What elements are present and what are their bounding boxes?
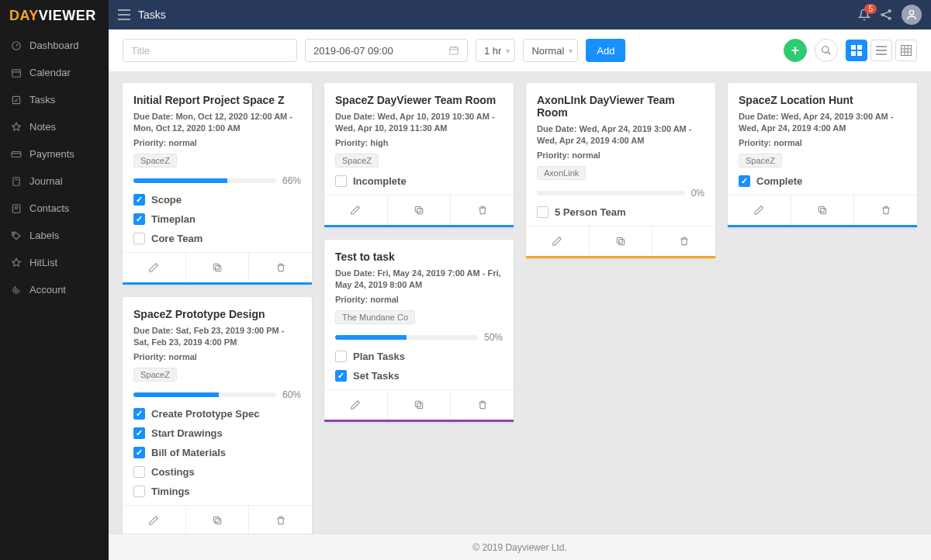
checklist-item[interactable]: Timings <box>133 486 301 497</box>
checklist-item[interactable]: ✓Start Drawings <box>133 427 301 439</box>
duplicate-button[interactable] <box>791 195 854 225</box>
duplicate-button[interactable] <box>387 195 451 225</box>
checklist-label: Timeplan <box>151 213 196 225</box>
sidebar-item-labels[interactable]: Labels <box>0 222 109 249</box>
sidebar-item-calendar[interactable]: Calendar <box>0 59 109 86</box>
delete-button[interactable] <box>652 226 715 256</box>
edit-button[interactable] <box>324 390 387 420</box>
delete-button[interactable] <box>853 195 917 225</box>
card-accent <box>324 225 514 227</box>
date-input[interactable]: 2019-06-07 09:00 <box>305 39 468 62</box>
sidebar-item-account[interactable]: Account <box>0 276 109 303</box>
sidebar-item-journal[interactable]: Journal <box>0 168 109 195</box>
card-tag[interactable]: SpaceZ <box>739 154 782 168</box>
task-card[interactable]: SpaceZ Prototype DesignDue Date: Sat, Fe… <box>123 297 312 534</box>
checklist-item[interactable]: Costings <box>133 466 301 478</box>
card-tag[interactable]: SpaceZ <box>335 154 379 168</box>
sidebar-item-label: Labels <box>29 230 59 241</box>
card-tag[interactable]: SpaceZ <box>133 154 177 168</box>
card-tag[interactable]: SpaceZ <box>133 368 177 382</box>
duplicate-button[interactable] <box>589 226 652 256</box>
checkbox[interactable]: ✓ <box>133 213 145 225</box>
checkbox[interactable] <box>335 175 347 187</box>
sidebar-item-dashboard[interactable]: Dashboard <box>0 32 109 59</box>
sidebar-item-notes[interactable]: Notes <box>0 113 109 140</box>
checklist-item[interactable]: ✓Complete <box>739 175 906 187</box>
add-button[interactable]: Add <box>586 39 625 62</box>
delete-button[interactable] <box>248 506 312 534</box>
journal-icon <box>11 176 22 187</box>
task-card[interactable]: AxonLInk DayViewer Team RoomDue Date: We… <box>526 83 715 258</box>
delete-button[interactable] <box>450 390 514 420</box>
delete-button[interactable] <box>248 253 312 282</box>
checklist-item[interactable]: ✓Create Prototype Spec <box>133 408 301 420</box>
view-grid-button[interactable] <box>846 40 867 61</box>
checklist-item[interactable]: ✓Scope <box>133 194 301 206</box>
task-card[interactable]: SpaceZ Location HuntDue Date: Wed, Apr 2… <box>728 83 917 227</box>
duplicate-button[interactable] <box>387 390 451 420</box>
checklist-item[interactable]: Plan Tasks <box>335 351 503 362</box>
edit-button[interactable] <box>324 195 387 225</box>
sidebar-item-contacts[interactable]: Contacts <box>0 195 109 222</box>
duplicate-button[interactable] <box>185 253 249 282</box>
checklist-item[interactable]: 5 Person Team <box>537 206 704 218</box>
checkbox[interactable] <box>133 233 145 244</box>
checkbox[interactable] <box>537 206 549 218</box>
checklist-label: Create Prototype Spec <box>151 408 259 420</box>
notifications-button[interactable]: 5 <box>858 9 870 21</box>
avatar[interactable] <box>902 5 922 25</box>
share-icon[interactable] <box>880 9 892 21</box>
checkbox[interactable] <box>133 486 145 497</box>
svg-point-16 <box>888 10 891 12</box>
checklist-item[interactable]: ✓Bill of Materials <box>133 447 301 458</box>
sidebar-item-label: Journal <box>29 175 63 187</box>
menu-toggle-icon[interactable] <box>118 9 130 20</box>
progress-bar <box>133 392 276 397</box>
sidebar-item-tasks[interactable]: Tasks <box>0 86 109 113</box>
priority-select[interactable]: Normal ▾ <box>523 39 578 62</box>
checkbox[interactable]: ✓ <box>133 427 145 439</box>
duplicate-button[interactable] <box>185 506 249 534</box>
checklist-label: Set Tasks <box>353 370 400 382</box>
edit-button[interactable] <box>123 506 185 534</box>
search-button[interactable] <box>815 39 838 62</box>
checkbox[interactable] <box>335 351 347 362</box>
duration-select[interactable]: 1 hr ▾ <box>476 39 515 62</box>
checklist-item[interactable]: ✓Timeplan <box>133 213 301 225</box>
card-tag[interactable]: The Mundane Co <box>335 310 415 324</box>
sidebar-item-hitlist[interactable]: HitList <box>0 249 109 276</box>
task-card[interactable]: SpaceZ DayViewer Team RoomDue Date: Wed,… <box>324 83 514 227</box>
checkbox[interactable]: ✓ <box>335 370 347 382</box>
dashboard-icon <box>11 40 22 51</box>
task-card[interactable]: Initial Report Project Space ZDue Date: … <box>123 83 312 285</box>
new-button[interactable]: + <box>784 39 807 62</box>
checkbox[interactable] <box>133 466 145 478</box>
view-list-button[interactable] <box>870 40 892 61</box>
checkbox[interactable]: ✓ <box>133 194 145 206</box>
checklist-item[interactable]: ✓Set Tasks <box>335 370 503 382</box>
svg-rect-46 <box>415 401 421 406</box>
checkbox[interactable]: ✓ <box>739 175 750 187</box>
delete-button[interactable] <box>450 195 514 225</box>
checkbox[interactable]: ✓ <box>133 408 145 420</box>
edit-button[interactable] <box>728 195 791 225</box>
checklist-item[interactable]: Incomplete <box>335 175 503 187</box>
sidebar-item-payments[interactable]: Payments <box>0 140 109 168</box>
card-actions <box>324 195 514 225</box>
copyright: © 2019 Dayviewer Ltd. <box>472 542 567 553</box>
card-tag[interactable]: AxonLink <box>537 166 586 180</box>
svg-rect-48 <box>617 237 622 243</box>
task-card[interactable]: Test to taskDue Date: Fri, May 24, 2019 … <box>324 240 514 422</box>
edit-button[interactable] <box>526 226 589 256</box>
priority-value: Normal <box>531 45 564 57</box>
card-title: Test to task <box>335 251 503 263</box>
card-due-date: Due Date: Mon, Oct 12, 2020 12:00 AM - M… <box>133 111 301 135</box>
title-input[interactable]: Title <box>123 39 297 62</box>
checkbox[interactable]: ✓ <box>133 447 145 458</box>
view-table-button[interactable] <box>895 40 917 61</box>
checklist-item[interactable]: Core Team <box>133 233 301 244</box>
edit-button[interactable] <box>123 253 185 282</box>
card-due-date: Due Date: Wed, Apr 24, 2019 3:00 AM - We… <box>739 111 906 135</box>
copy-icon <box>212 515 223 526</box>
progress-percent: 60% <box>282 389 301 400</box>
